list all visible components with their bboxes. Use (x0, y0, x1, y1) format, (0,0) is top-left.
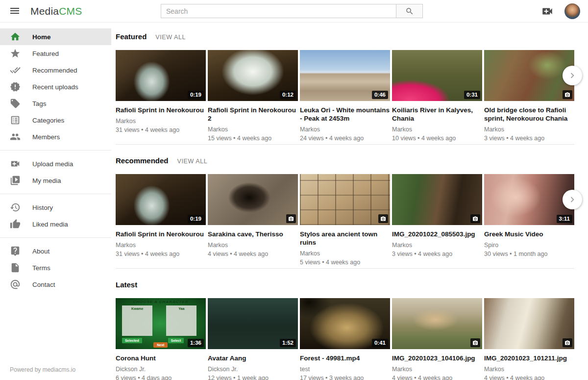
media-meta: 17 views • 3 weeks ago (300, 375, 390, 380)
media-card[interactable]: 0:19 Rafioli Sprint in Nerokourou Markos… (116, 174, 206, 266)
media-meta: 15 views • 4 weeks ago (208, 135, 298, 142)
media-thumbnail[interactable]: 0:31 (392, 50, 482, 101)
media-author[interactable]: Markos (300, 250, 390, 257)
sidebar-item-label: Upload media (32, 160, 73, 168)
media-title[interactable]: Rafioli Sprint in Nerokourou 2 (208, 106, 298, 123)
upload-media-button[interactable] (541, 5, 554, 18)
media-title[interactable]: IMG_20201022_085503.jpg (392, 230, 482, 238)
sidebar-item-tags[interactable]: Tags (0, 95, 111, 112)
media-card[interactable]: 0:46 Leuka Ori - White mountains - Peak … (300, 50, 390, 142)
media-thumbnail[interactable] (392, 174, 482, 225)
media-card[interactable]: 3:11 Greek Music Video Spiro 30 views • … (484, 174, 574, 266)
media-card[interactable]: 0:12 Rafioli Sprint in Nerokourou 2 Mark… (208, 50, 298, 142)
sidebar-item-liked-media[interactable]: Liked media (0, 216, 111, 232)
media-title[interactable]: Sarakina cave, Therisso (208, 230, 298, 238)
sidebar-item-label: Categories (32, 117, 64, 124)
media-author[interactable]: Markos (484, 366, 574, 373)
media-title[interactable]: Corona Hunt (116, 354, 206, 362)
app-logo[interactable]: MediaCMS (30, 5, 82, 17)
sidebar-item-home[interactable]: Home (0, 28, 111, 45)
media-author[interactable]: test (300, 366, 390, 373)
thumb-badge (470, 338, 480, 347)
media-author[interactable]: Markos (116, 118, 206, 125)
media-thumbnail[interactable]: 0:19 (116, 50, 206, 101)
sidebar-item-about[interactable]: About (0, 243, 111, 259)
user-avatar[interactable] (564, 3, 580, 19)
sidebar-item-members[interactable]: Members (0, 128, 111, 145)
search-input[interactable] (161, 4, 396, 18)
sidebar-item-label: Recommended (32, 67, 77, 74)
media-card[interactable]: 1:36 CHOOSE A CHARACTERKwameYaaSelectedN… (116, 298, 206, 380)
media-title[interactable]: IMG_20201023_104106.jpg (392, 354, 482, 362)
media-title[interactable]: Avatar Aang (208, 354, 298, 362)
media-author[interactable]: Dickson Jr. (208, 366, 298, 373)
media-author[interactable]: Dickson Jr. (116, 366, 206, 373)
media-title[interactable]: Greek Music Video (484, 230, 574, 238)
media-title[interactable]: Rafioli Sprint in Nerokourou (116, 230, 206, 238)
media-thumbnail[interactable] (208, 174, 298, 225)
media-thumbnail[interactable]: 0:41 (300, 298, 390, 349)
media-meta: 3 views • 4 weeks ago (484, 135, 574, 142)
section-latest: Latest 1:36 CHOOSE A CHARACTERKwameYaaSe… (116, 280, 574, 380)
media-author[interactable]: Markos (392, 242, 482, 249)
sidebar-item-label: Liked media (32, 221, 68, 228)
media-author[interactable]: Markos (392, 366, 482, 373)
media-thumbnail[interactable]: 0:19 (116, 174, 206, 225)
media-title[interactable]: Stylos area ancient town ruins (300, 230, 390, 247)
media-thumbnail[interactable] (484, 50, 574, 101)
media-author[interactable]: Markos (392, 126, 482, 133)
media-thumbnail[interactable] (484, 298, 574, 349)
sidebar-item-upload-media[interactable]: Upload media (0, 155, 111, 172)
media-title[interactable]: Leuka Ori - White mountains - Peak at 24… (300, 106, 390, 123)
media-card[interactable]: Old bridge close to Rafioli sprint, Nero… (484, 50, 574, 142)
media-author[interactable]: Markos (208, 242, 298, 249)
thumb-badge: 0:12 (280, 91, 296, 99)
media-author[interactable]: Markos (300, 126, 390, 133)
media-title[interactable]: Koiliaris River in Kalyves, Chania (392, 106, 482, 123)
media-card[interactable]: Sarakina cave, Therisso Markos 4 views •… (208, 174, 298, 266)
media-thumbnail[interactable] (300, 174, 390, 225)
media-author[interactable]: Markos (116, 242, 206, 249)
media-card[interactable]: IMG_20201022_085503.jpg Markos 3 views •… (392, 174, 482, 266)
thumb-badge: 0:19 (188, 91, 204, 99)
media-card[interactable]: 1:52 Avatar Aang Dickson Jr. 12 views • … (208, 298, 298, 380)
view-all-link[interactable]: VIEW ALL (177, 158, 208, 165)
media-thumbnail[interactable]: 1:36 CHOOSE A CHARACTERKwameYaaSelectedN… (116, 298, 206, 349)
media-author[interactable]: Spiro (484, 242, 574, 249)
sidebar-item-terms[interactable]: Terms (0, 259, 111, 276)
media-author[interactable]: Markos (208, 126, 298, 133)
media-title[interactable]: Rafioli Sprint in Nerokourou (116, 106, 206, 114)
media-card[interactable]: 0:19 Rafioli Sprint in Nerokourou Markos… (116, 50, 206, 142)
sidebar-item-recent-uploads[interactable]: Recent uploads (0, 78, 111, 95)
media-meta: 5 views • 4 weeks ago (300, 259, 390, 266)
section-divider (116, 268, 574, 269)
sidebar-item-recommended[interactable]: Recommended (0, 62, 111, 78)
media-card[interactable]: Stylos area ancient town ruins Markos 5 … (300, 174, 390, 266)
carousel-next-button[interactable] (563, 66, 582, 85)
media-thumbnail[interactable]: 0:12 (208, 50, 298, 101)
media-title[interactable]: Forest - 49981.mp4 (300, 354, 390, 362)
media-title[interactable]: Old bridge close to Rafioli sprint, Nero… (484, 106, 574, 123)
duration-text: 0:12 (282, 92, 294, 98)
sidebar-item-history[interactable]: History (0, 199, 111, 216)
sidebar-item-categories[interactable]: Categories (0, 112, 111, 128)
media-thumbnail[interactable]: 3:11 (484, 174, 574, 225)
media-card[interactable]: IMG_20201023_104106.jpg Markos 4 views •… (392, 298, 482, 380)
sidebar-item-my-media[interactable]: My media (0, 172, 111, 189)
media-card[interactable]: IMG_20201023_101211.jpg Markos 4 views •… (484, 298, 574, 380)
media-thumbnail[interactable] (392, 298, 482, 349)
view-all-link[interactable]: VIEW ALL (155, 34, 186, 41)
media-author[interactable]: Markos (484, 126, 574, 133)
media-thumbnail[interactable]: 0:46 (300, 50, 390, 101)
carousel-next-button[interactable] (563, 190, 582, 209)
media-card[interactable]: 0:31 Koiliaris River in Kalyves, Chania … (392, 50, 482, 142)
thumb-badge: 0:41 (372, 339, 388, 347)
media-card[interactable]: 0:41 Forest - 49981.mp4 test 17 views • … (300, 298, 390, 380)
media-thumbnail[interactable]: 1:52 (208, 298, 298, 349)
hamburger-menu-button[interactable] (9, 5, 22, 18)
media-title[interactable]: IMG_20201023_101211.jpg (484, 354, 574, 362)
sidebar-item-featured[interactable]: Featured (0, 45, 111, 62)
media-meta: 31 views • 4 weeks ago (116, 127, 206, 133)
search-button[interactable] (396, 4, 423, 18)
sidebar-item-contact[interactable]: Contact (0, 276, 111, 293)
